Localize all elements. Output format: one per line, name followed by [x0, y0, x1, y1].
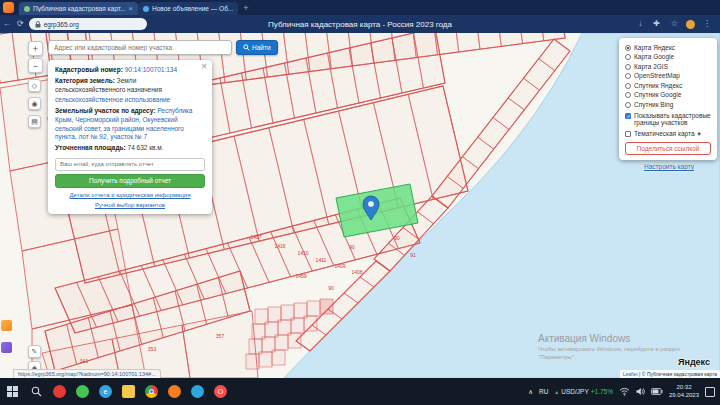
zoom-out-button[interactable]: − [28, 58, 43, 73]
cadastral-number-link[interactable]: 90:14:100701:134 [125, 66, 177, 73]
profile-avatar[interactable] [686, 20, 695, 29]
layer-option-0[interactable]: Карта Яндекс [625, 43, 711, 53]
parcel-number-label: 357 [216, 333, 225, 339]
tab-favicon-icon [143, 6, 149, 12]
taskbar-app-opera[interactable]: O [209, 378, 232, 405]
map-search-bar: Найти [48, 40, 278, 55]
layers-tool-button[interactable]: ▤ [28, 115, 41, 128]
zoom-in-button[interactable]: + [28, 41, 43, 56]
tab-new-listing[interactable]: Новое объявление — Об... [138, 2, 238, 15]
village-parcel[interactable] [304, 316, 317, 331]
thematic-map-row[interactable]: Тематическая карта ▾ [625, 129, 711, 139]
leaflet-link[interactable]: Leaflet [623, 371, 638, 377]
parcel-number-label: 90 [394, 235, 400, 241]
taskbar-app-yandex-browser[interactable] [48, 378, 71, 405]
layer-option-1[interactable]: Карта Google [625, 53, 711, 63]
desktop-shortcut-icon-1[interactable] [1, 320, 12, 331]
currency-ticker[interactable]: ▲ USD/JPY +1.75% [554, 388, 613, 395]
village-parcel[interactable] [246, 354, 259, 369]
taskbar-app-edge[interactable]: e [94, 378, 117, 405]
taskbar-app-whatsapp[interactable] [71, 378, 94, 405]
village-parcel[interactable] [275, 335, 288, 350]
yandex-logo[interactable]: Яндекс [678, 357, 710, 367]
get-report-button[interactable]: Получить подробный отчет [55, 174, 205, 188]
yandex-browser-icon [53, 385, 66, 398]
checkbox-unchecked-icon[interactable] [625, 131, 631, 137]
extensions-icon[interactable]: ✚ [653, 20, 660, 28]
taskbar-search-button[interactable] [24, 378, 48, 405]
layer-option-5[interactable]: Спутник Google [625, 91, 711, 101]
boundaries-checkbox-row[interactable]: Показывать кадастровые границы участков [625, 110, 711, 130]
share-link-button[interactable]: Поделиться ссылкой [625, 142, 711, 155]
radio-icon[interactable] [625, 83, 631, 89]
tab-close-icon[interactable]: × [128, 5, 133, 13]
address-bar[interactable]: egrp365.org [29, 18, 147, 30]
layer-option-label: Карта Яндекс [634, 44, 675, 52]
village-parcel[interactable] [307, 301, 320, 316]
activation-line1: Чтобы активировать Windows, перейдите в … [538, 346, 680, 354]
radio-icon[interactable] [625, 92, 631, 98]
taskbar-app-chrome[interactable] [140, 378, 163, 405]
parcel-number-label: 1408 [351, 269, 362, 275]
close-icon[interactable]: × [201, 62, 207, 72]
desktop-shortcut-icon-2[interactable] [1, 342, 12, 353]
checkbox-checked-icon[interactable] [625, 113, 631, 119]
measure-tool-button[interactable]: ◇ [28, 79, 41, 92]
land-category-label: Категория земель: [55, 77, 115, 84]
manual-selection-link[interactable]: Ручной выбор вариантов [55, 201, 205, 209]
village-parcel[interactable] [288, 333, 301, 348]
panorama-tool-button[interactable]: ◉ [28, 97, 41, 110]
browser-menu-dots-icon[interactable]: ⋮ [703, 20, 711, 28]
browser-toolbar: ← ⟳ egrp365.org Публичная кадастровая ка… [0, 15, 720, 33]
taskbar-clock[interactable]: 20:32 29.04.2023 [669, 384, 699, 399]
browser-tab-strip: Публичная кадастровая карт... × Новое об… [0, 0, 720, 15]
notification-icon[interactable] [705, 387, 715, 397]
volume-icon[interactable] [636, 387, 645, 396]
layer-option-4[interactable]: Спутник Яндекс [625, 81, 711, 91]
reload-icon[interactable]: ⟳ [17, 20, 24, 28]
report-details-link[interactable]: Детали отчета и юридическая информация [55, 191, 205, 199]
search-icon [243, 44, 250, 51]
draw-tool-button[interactable]: ✎ [28, 345, 41, 358]
email-field[interactable] [55, 158, 205, 171]
start-button[interactable] [0, 378, 24, 405]
radio-checked-icon[interactable] [625, 45, 631, 51]
layer-option-6[interactable]: Спутник Bing [625, 100, 711, 110]
taskbar-app-telegram[interactable] [186, 378, 209, 405]
tray-expand-icon[interactable]: ∧ [528, 388, 533, 396]
layer-option-3[interactable]: OpenStreetMap [625, 72, 711, 82]
windows-taskbar: eO ∧ RU ▲ USD/JPY +1.75% 20:32 29.04.202… [0, 378, 720, 405]
search-input[interactable] [48, 40, 232, 55]
layer-option-2[interactable]: Карта 2GIS [625, 62, 711, 72]
radio-icon[interactable] [625, 64, 631, 70]
area-value: 74 632 кв.м. [128, 144, 164, 151]
taskbar-app-explorer[interactable] [117, 378, 140, 405]
usage-link[interactable]: сельскохозяйственное использование [55, 96, 170, 103]
search-button[interactable]: Найти [236, 40, 278, 55]
village-parcel[interactable] [320, 299, 333, 314]
search-icon [31, 386, 42, 397]
parcel-number-label: 91 [410, 252, 416, 258]
village-parcel[interactable] [259, 352, 272, 367]
wifi-icon[interactable] [619, 387, 630, 396]
radio-icon[interactable] [625, 73, 631, 79]
configure-map-link[interactable]: Настроить карту [644, 163, 694, 170]
chevron-down-icon: ▾ [698, 130, 701, 138]
activation-line2: "Параметры". [538, 354, 680, 362]
parcel-number-label: 1411 [316, 257, 327, 263]
village-parcel[interactable] [291, 318, 304, 333]
village-parcel[interactable] [272, 350, 285, 365]
back-icon[interactable]: ← [3, 20, 11, 28]
radio-icon[interactable] [625, 54, 631, 60]
download-icon[interactable]: ↓ [638, 20, 642, 28]
radio-icon[interactable] [625, 102, 631, 108]
language-indicator[interactable]: RU [539, 388, 548, 395]
battery-icon[interactable] [651, 388, 663, 395]
tab-cadastral-map[interactable]: Публичная кадастровая карт... × [19, 2, 138, 15]
browser-menu-icon[interactable] [3, 2, 14, 13]
taskbar-app-firefox[interactable] [163, 378, 186, 405]
bookmark-star-icon[interactable]: ☆ [671, 20, 678, 28]
map-layers-panel: Карта ЯндексКарта GoogleКарта 2GISOpenSt… [619, 38, 717, 160]
new-tab-button[interactable]: + [243, 3, 248, 13]
attribution-text: | © Публичная кадастровая карта [638, 371, 717, 377]
